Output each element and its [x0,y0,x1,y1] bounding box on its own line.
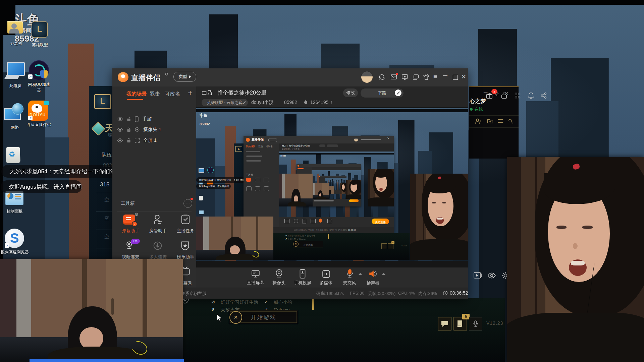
toolbar-camera[interactable]: 摄像头 [269,269,289,287]
scene-row-fullscreen[interactable]: 全屏 1 [117,137,157,143]
slot-divider [96,211,112,212]
window-layers-icon[interactable] [413,74,419,80]
user-avatar[interactable] [361,71,373,83]
lock-icon[interactable] [126,127,131,132]
webcam-window-right[interactable] [507,157,644,362]
status-dropped: 丢帧:0(0.00%) [368,291,395,297]
lock-icon[interactable] [126,116,131,122]
grid-apps-icon[interactable] [514,92,521,99]
unlock-icon[interactable] [501,92,507,99]
search-icon[interactable] [508,118,514,124]
tool-video-link[interactable]: PK 视频连麦 [121,240,140,261]
lock-icon[interactable] [126,138,131,143]
list-icon[interactable] [498,119,503,123]
add-scene-button[interactable]: + [188,88,193,98]
toolbar-label: 多媒体 [314,280,338,286]
headset-icon[interactable] [378,74,385,80]
lane-button[interactable]: 下路 [361,88,404,98]
heat-up-arrow: ↑ [330,99,333,105]
menu-button[interactable]: ≡ [433,73,437,80]
danmaku-lines-icon [126,217,131,218]
team-slot-4: 空 [104,234,109,240]
globe-icon [12,103,23,115]
toolbar-mic[interactable]: 麦克风 [340,269,359,287]
cancel-queue-button[interactable]: ✕ [229,311,242,324]
minimize-button[interactable]: ─ [443,72,447,79]
desktop-icon-lol[interactable]: L 英雄联盟 [28,20,52,48]
visibility-eye-icon[interactable] [117,117,123,121]
chat-button[interactable] [438,317,451,330]
visibility-eye-icon[interactable] [117,138,123,143]
add-friend-icon[interactable] [475,118,482,124]
tasks-clipboard-icon [181,214,190,225]
close-button[interactable]: ✕ [461,73,466,80]
mini-stop-button: 关闭直播 [372,219,389,224]
toolbox-more-button[interactable]: ··· [183,199,192,208]
shortcut-arrow-icon: ↗ [28,116,33,120]
desktop-icon-controlpanel[interactable]: 控制面板 [3,191,26,215]
webcam-icon [135,127,140,132]
preview-lol-bottom: ⊘ 好好学习好好生活 ✓ 甜心小哈 ✗ 天敌小方 ✓ Cutown 开始游戏 ✕… [273,233,410,260]
desktop-icon-douyu-companion[interactable]: DOUYU ↗ 斗鱼直播伴侣 [27,101,51,131]
desktop-icon-uu[interactable]: ↗ 网易UU加速器 [27,60,51,95]
slider-lines-icon [15,194,21,195]
tool-streamer-tasks[interactable]: 主播任务 [176,214,195,235]
toolbar-label: 麦克风 [338,280,361,286]
app-titlebar[interactable]: 直播伴侣 类型 ≡ ─ ✕ [112,68,468,86]
tab-renamable[interactable]: 可改名 [165,91,180,97]
edit-title-button[interactable]: 修改 [343,88,358,97]
icon-label: 英雄联盟 [28,42,52,48]
desktop-icon-sogou[interactable]: S ↗ 搜狗高速浏览器 [2,229,28,259]
maximize-button[interactable] [453,75,458,80]
download-circle-icon [153,241,163,251]
mic-level-caret[interactable] [359,273,362,275]
friends-panel: ─ ✕ 心之梦 在线 [469,86,519,159]
preview-eye-button[interactable] [487,272,496,279]
badge-count: 6 [465,314,467,319]
tool-moderator-assistant[interactable]: 房管助手 [149,214,167,235]
scene-row-mobile[interactable]: 手游 [117,116,152,122]
preview-camera-right[interactable] [410,174,468,260]
speaker-level-caret[interactable] [382,273,385,275]
preview-camera-left[interactable] [196,217,273,260]
toolbar-phone-cast[interactable]: 手机投屏 [293,269,312,287]
toolbar-speaker[interactable]: 扬声器 [363,269,383,287]
visibility-eye-icon[interactable] [117,127,123,132]
tool-multi-link[interactable]: 多人连麦 [149,240,167,261]
type-button[interactable]: 类型 [173,72,196,82]
category-pill[interactable]: 英雄联盟 - 云顶之弈 [202,99,248,106]
share-icon[interactable] [540,92,547,99]
voice-button[interactable] [469,317,482,330]
lol-logo-icon: L [94,94,111,109]
tab-my-scenes[interactable]: 我的场景 [126,91,147,97]
mini-tab: 双击 [258,145,263,148]
desktop-icon-thispc[interactable]: 此电脑 [4,61,27,90]
gold-scroll-bar[interactable] [312,299,314,310]
webcam-window-left[interactable] [0,259,183,362]
toolbar-screen[interactable]: 直播屏幕 [246,269,265,287]
tool-ranking-assistant[interactable]: 榜单助手 [176,240,195,261]
desktop-icon-recyclebin[interactable]: ♻ [4,147,24,166]
preview-canvas[interactable]: 斗鱼 85982 L 天妒凤求凰054：大堂经理介绍一下你们酒店吧 欢迎A [196,107,468,267]
mini-chat-text: 欢迎Angus晨曦、进入直播间 [196,184,231,189]
bell-icon[interactable] [528,92,534,99]
slot-divider [96,230,112,230]
slot-divider [96,193,112,193]
gem-icon [91,122,105,136]
timer-clock-icon [443,291,448,296]
desktop-icon-qiaolaoye[interactable]: 乔老爷 [5,20,28,47]
preview-chat-bubble-2: 欢迎Angus晨曦、进入直播间 [196,184,231,189]
online-dot [470,108,473,111]
desktop-icon-network[interactable]: 网络 [3,103,26,131]
door-handle [111,298,114,315]
video-preview-button[interactable] [473,272,483,280]
screen-share-icon[interactable] [401,74,408,80]
add-group-icon[interactable] [487,118,493,124]
toolbar-media[interactable]: 多媒体 [316,269,336,287]
chat-message: 天妒凤求凰054：大堂经理介绍一下你们酒店吧 [9,168,127,175]
tshirt-icon[interactable] [423,74,430,80]
customer-service-link[interactable]: 联系专职客服 [180,291,207,297]
tab-double-click[interactable]: 双击 [150,91,160,97]
scene-row-camera[interactable]: 摄像头 1 [117,127,161,133]
tool-danmaku-assistant[interactable]: ⚙ ✓ 弹幕助手 [121,214,140,235]
